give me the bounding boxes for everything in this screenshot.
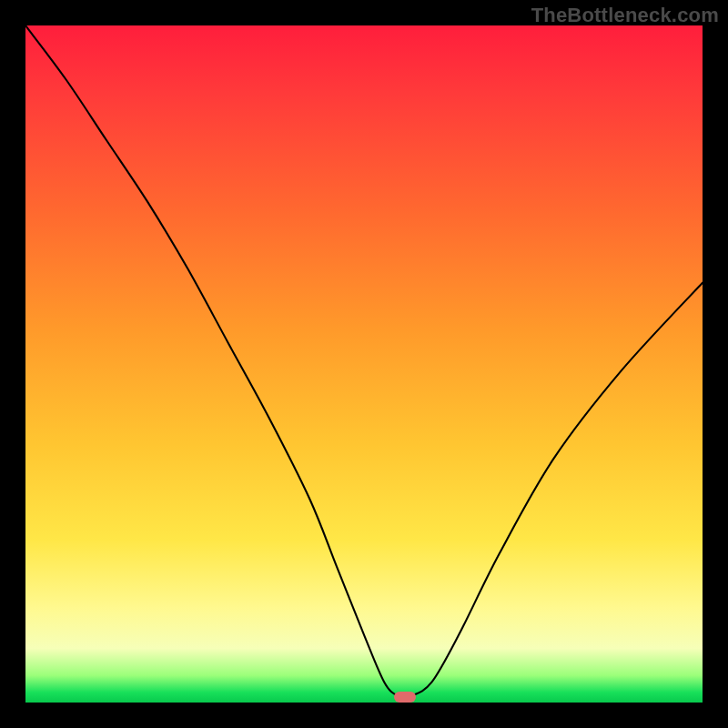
bottleneck-curve (25, 25, 703, 697)
watermark-text: TheBottleneck.com (531, 4, 719, 27)
plot-area (25, 25, 703, 703)
optimal-marker (394, 692, 416, 703)
chart-frame: TheBottleneck.com (0, 0, 728, 728)
curve-layer (25, 25, 703, 703)
